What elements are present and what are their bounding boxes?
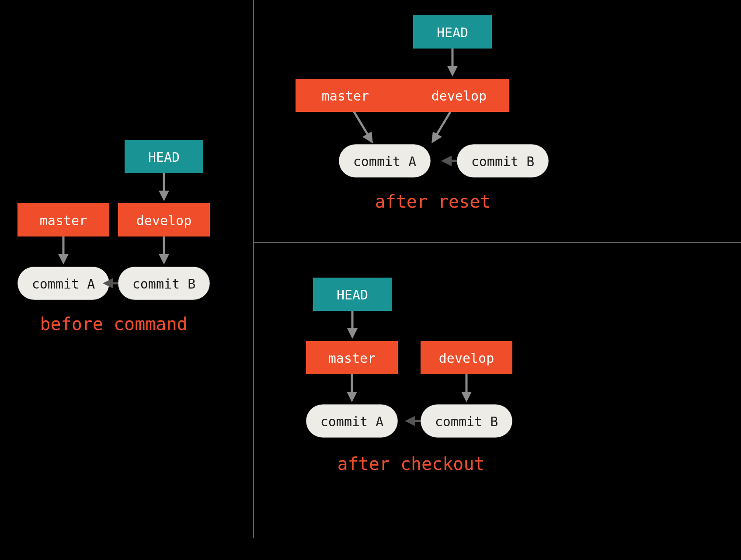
- panel-after-reset: HEAD master develop commit A commit B: [296, 15, 549, 212]
- svg-marker-5: [159, 254, 169, 264]
- svg-line-12: [436, 112, 450, 136]
- commit-b-label: commit B: [471, 154, 535, 169]
- arrow-master-to-commit-a: [347, 374, 357, 402]
- svg-marker-15: [441, 156, 452, 166]
- svg-marker-19: [347, 392, 357, 402]
- arrow-head-to-master: [347, 311, 358, 339]
- arrow-head-to-branches: [447, 49, 458, 77]
- develop-label: develop: [439, 351, 494, 366]
- svg-marker-3: [58, 254, 69, 264]
- svg-marker-9: [447, 66, 458, 77]
- head-label: HEAD: [437, 25, 468, 40]
- svg-line-10: [354, 112, 369, 136]
- commit-b-label: commit B: [435, 414, 498, 429]
- arrow-develop-to-commit-b: [461, 374, 472, 402]
- arrow-master-to-commit-a: [58, 237, 69, 264]
- master-label: master: [322, 88, 369, 104]
- develop-label: develop: [136, 213, 191, 228]
- arrow-commit-b-to-commit-a: [441, 156, 457, 166]
- head-label: HEAD: [337, 287, 368, 303]
- master-label: master: [40, 213, 87, 228]
- panel-after-checkout: HEAD master develop commit A commit B: [306, 278, 512, 474]
- commit-a-label: commit A: [320, 414, 384, 429]
- caption-before: before command: [40, 314, 187, 334]
- develop-label: develop: [431, 88, 487, 104]
- svg-marker-1: [159, 191, 169, 201]
- caption-reset: after reset: [375, 191, 491, 212]
- svg-marker-23: [405, 416, 415, 426]
- diagram-root: HEAD master develop commit A commit B: [0, 0, 741, 560]
- commit-a-label: commit A: [353, 154, 417, 169]
- master-label: master: [328, 351, 376, 366]
- arrow-master-to-commit-a: [354, 112, 373, 143]
- caption-checkout: after checkout: [337, 454, 484, 474]
- arrow-commit-b-to-commit-a: [405, 416, 421, 426]
- arrow-head-to-develop: [159, 173, 169, 201]
- commit-b-label: commit B: [132, 276, 196, 292]
- svg-marker-21: [461, 392, 472, 402]
- panel-before: HEAD master develop commit A commit B: [17, 140, 210, 334]
- head-label: HEAD: [148, 150, 180, 165]
- commit-a-label: commit A: [32, 276, 95, 292]
- arrow-develop-to-commit-b: [159, 237, 169, 264]
- svg-marker-17: [347, 328, 358, 339]
- arrow-develop-to-commit-a: [431, 112, 450, 143]
